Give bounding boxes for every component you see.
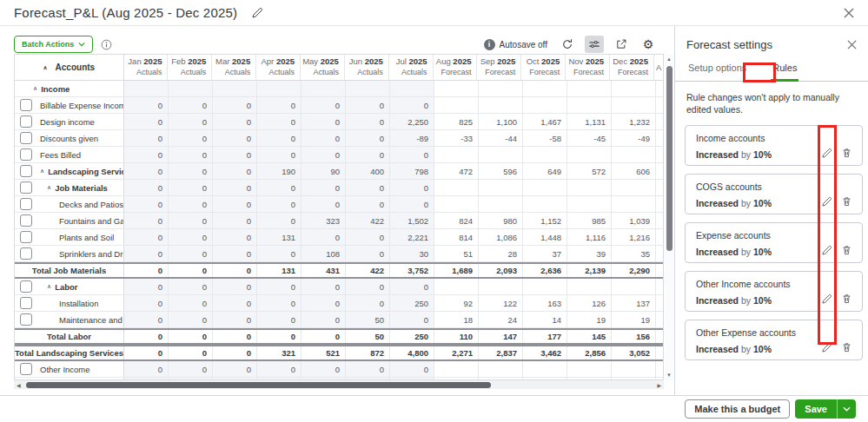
value-cell[interactable]: 0 (124, 163, 169, 179)
value-cell[interactable]: 0 (213, 330, 257, 343)
value-cell[interactable]: 37 (523, 246, 567, 261)
value-cell[interactable]: 163 (523, 295, 567, 311)
value-cell[interactable]: 24 (479, 312, 523, 327)
value-cell[interactable]: -33 (434, 130, 479, 146)
value-cell[interactable]: 0 (169, 312, 213, 327)
value-cell[interactable]: 190 (257, 163, 301, 179)
value-cell[interactable]: 51 (434, 246, 479, 261)
value-cell[interactable]: 0 (390, 361, 434, 377)
value-cell[interactable] (213, 81, 257, 96)
value-cell[interactable] (523, 196, 567, 212)
value-cell[interactable]: 0 (124, 196, 169, 212)
value-cell[interactable]: 0 (301, 312, 346, 327)
account-name[interactable]: Other Income (40, 365, 90, 374)
value-cell[interactable]: 0 (213, 312, 257, 327)
info-icon[interactable] (101, 39, 112, 50)
value-cell[interactable]: 0 (169, 246, 213, 261)
value-cell[interactable]: 0 (213, 346, 257, 359)
value-cell[interactable]: 1,448 (523, 229, 567, 245)
value-cell[interactable]: 0 (301, 130, 346, 146)
value-cell[interactable] (479, 279, 523, 294)
row-checkbox[interactable] (20, 214, 32, 227)
row-checkbox[interactable] (20, 181, 32, 194)
value-cell[interactable]: 131 (257, 264, 301, 277)
value-cell[interactable] (567, 180, 612, 195)
value-cell[interactable]: 250 (390, 295, 434, 311)
value-cell[interactable] (479, 361, 523, 377)
row-checkbox[interactable] (20, 99, 32, 111)
tab-rules[interactable]: Rules (771, 61, 798, 82)
value-cell[interactable]: -58 (523, 130, 567, 146)
delete-rule-trash-icon[interactable] (841, 244, 852, 256)
value-cell[interactable] (612, 196, 656, 212)
value-cell[interactable]: 0 (390, 180, 434, 195)
refresh-icon[interactable] (558, 36, 577, 53)
value-cell[interactable] (612, 279, 656, 294)
value-cell[interactable]: 1,086 (479, 229, 523, 245)
value-cell[interactable]: 145 (567, 330, 612, 343)
collapse-caret-icon[interactable]: ∧ (47, 283, 51, 289)
value-cell[interactable] (612, 361, 656, 377)
collapse-caret-icon[interactable]: ∧ (40, 168, 44, 174)
value-cell[interactable]: 250 (390, 330, 434, 343)
row-checkbox[interactable] (20, 198, 32, 210)
value-cell[interactable]: 323 (301, 213, 346, 228)
scroll-down-icon[interactable]: ▼ (666, 370, 672, 380)
value-cell[interactable]: 0 (301, 229, 346, 245)
value-cell[interactable]: 0 (124, 147, 169, 162)
value-cell[interactable]: 0 (169, 279, 213, 294)
value-cell[interactable]: 0 (124, 346, 169, 359)
edit-rule-pencil-icon[interactable] (821, 293, 832, 305)
account-name[interactable]: Decks and Patios (59, 200, 123, 209)
value-cell[interactable]: 0 (124, 264, 169, 277)
value-cell[interactable]: 0 (390, 196, 434, 212)
value-cell[interactable]: 0 (169, 147, 213, 162)
autosave-info-icon[interactable]: i (484, 39, 495, 50)
value-cell[interactable] (124, 81, 169, 96)
value-cell[interactable]: 2,636 (523, 264, 567, 277)
value-cell[interactable]: 0 (124, 130, 169, 146)
value-cell[interactable]: 0 (169, 295, 213, 311)
account-name[interactable]: Discounts given (40, 134, 98, 143)
panel-close-icon[interactable] (847, 40, 857, 49)
value-cell[interactable]: 0 (346, 180, 390, 195)
delete-rule-trash-icon[interactable] (841, 147, 852, 159)
value-cell[interactable] (434, 147, 479, 162)
value-cell[interactable]: 0 (301, 295, 346, 311)
row-checkbox[interactable] (20, 148, 32, 161)
value-cell[interactable]: 122 (479, 295, 523, 311)
value-cell[interactable]: 0 (257, 295, 301, 311)
account-name[interactable]: Fees Billed (40, 150, 81, 160)
value-cell[interactable]: 0 (346, 361, 390, 377)
account-name[interactable]: Landscaping Services (48, 167, 123, 176)
value-cell[interactable]: 422 (346, 213, 390, 228)
value-cell[interactable] (567, 196, 612, 212)
value-cell[interactable]: 39 (567, 246, 612, 261)
value-cell[interactable]: 19 (612, 312, 656, 327)
account-name[interactable]: Design income (40, 117, 95, 127)
value-cell[interactable] (523, 279, 567, 294)
value-cell[interactable]: 0 (346, 130, 390, 146)
account-name[interactable]: Job Materials (55, 183, 108, 193)
value-cell[interactable] (612, 180, 656, 195)
value-cell[interactable]: 0 (257, 361, 301, 377)
collapse-caret-icon[interactable]: ∧ (33, 85, 37, 91)
value-cell[interactable]: 147 (479, 330, 523, 343)
value-cell[interactable]: 1,116 (567, 229, 612, 245)
value-cell[interactable]: 0 (257, 330, 301, 343)
value-cell[interactable]: 0 (346, 196, 390, 212)
value-cell[interactable] (523, 361, 567, 377)
edit-rule-pencil-icon[interactable] (821, 196, 832, 208)
value-cell[interactable]: 0 (390, 147, 434, 162)
value-cell[interactable] (434, 81, 479, 96)
value-cell[interactable]: 814 (434, 229, 479, 245)
value-cell[interactable] (567, 147, 612, 162)
value-cell[interactable]: 0 (257, 213, 301, 228)
value-cell[interactable]: 0 (169, 130, 213, 146)
value-cell[interactable]: 3,462 (523, 346, 567, 359)
value-cell[interactable]: 0 (301, 114, 346, 129)
value-cell[interactable]: 0 (124, 279, 169, 294)
value-cell[interactable]: 0 (213, 114, 257, 129)
edit-rule-pencil-icon[interactable] (821, 342, 832, 353)
value-cell[interactable]: 0 (346, 114, 390, 129)
